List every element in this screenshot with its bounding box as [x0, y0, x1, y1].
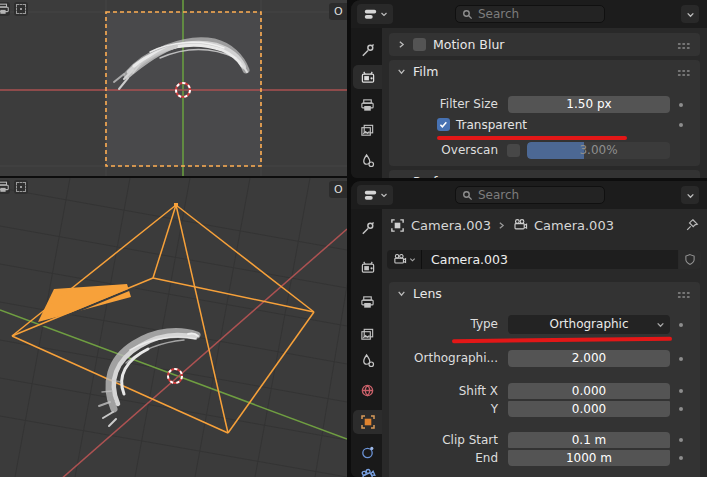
object-properties-content: Camera.003 Camera.003	[382, 209, 707, 477]
animate-dot[interactable]	[679, 103, 683, 107]
breadcrumb: Camera.003 Camera.003	[382, 214, 707, 236]
tab-object-data-camera[interactable]	[353, 463, 382, 477]
check-icon	[439, 120, 448, 129]
filter-size-slider[interactable]: 1.50 px	[508, 96, 670, 113]
filter-size-label: Filter Size	[389, 96, 498, 113]
properties-editor-render: Search	[351, 0, 707, 178]
properties-editor-object: Search	[351, 181, 707, 477]
render-properties-content: Motion Blur Film Filter Size 1.50 px	[382, 28, 707, 178]
clip-start-slider[interactable]: 0.1 m	[508, 432, 670, 448]
chevron-down-icon	[686, 10, 695, 19]
panel-performance-clipped[interactable]: Performance	[389, 170, 700, 178]
tab-physics[interactable]	[353, 440, 382, 464]
camera-icon	[512, 218, 528, 232]
panel-label: Film	[413, 64, 438, 79]
annotation-underline-transparent	[437, 136, 627, 140]
camera-icon	[392, 253, 407, 266]
collapse-arrow-icon	[397, 289, 406, 298]
expand-arrow-icon	[397, 177, 406, 178]
tab-object[interactable]	[353, 410, 382, 434]
search-placeholder: Search	[478, 188, 519, 202]
breadcrumb-object-name[interactable]: Camera.003	[411, 218, 491, 233]
panel-lens: Lens Type Orthographic Orthographi... 2.…	[389, 282, 700, 477]
chevron-down-icon	[656, 320, 665, 329]
tab-render[interactable]	[353, 255, 382, 279]
panel-label: Lens	[413, 286, 442, 301]
collapse-arrow-icon	[397, 67, 406, 76]
panel-drag-grip[interactable]	[677, 69, 691, 76]
fake-user-button[interactable]	[679, 250, 701, 269]
properties-header: Search	[351, 181, 707, 209]
properties-editor-icon	[363, 188, 378, 202]
tab-world[interactable]	[353, 378, 382, 402]
breadcrumb-data-name[interactable]: Camera.003	[534, 218, 614, 233]
panel-drag-grip[interactable]	[677, 42, 691, 49]
lens-type-dropdown[interactable]: Orthographic	[508, 315, 670, 334]
viewport-perspective-view[interactable]: O	[0, 178, 347, 477]
tab-scene[interactable]	[353, 148, 382, 172]
tab-tool[interactable]	[353, 38, 382, 62]
expand-arrow-icon	[397, 40, 406, 49]
tab-view-layer[interactable]	[353, 322, 382, 346]
chevron-down-icon	[380, 191, 388, 199]
tab-view-layer[interactable]	[353, 118, 382, 142]
ortho-scale-label: Orthographi...	[389, 350, 498, 367]
panel-motion-blur[interactable]: Motion Blur	[389, 33, 700, 56]
camera-view-canvas	[0, 0, 347, 176]
shift-x-slider[interactable]: 0.000	[508, 383, 670, 399]
overscan-checkbox[interactable]	[507, 144, 520, 157]
viewport-camera-view[interactable]: O	[0, 0, 347, 176]
object-icon	[390, 218, 405, 233]
search-placeholder: Search	[478, 7, 519, 21]
animate-dot[interactable]	[679, 407, 683, 411]
header-menu-button[interactable]	[681, 186, 699, 204]
overscan-slider[interactable]: 3.00%	[527, 142, 670, 159]
tab-render[interactable]	[353, 65, 382, 89]
output-icon[interactable]	[0, 180, 10, 194]
properties-header: Search	[351, 0, 707, 28]
chevron-down-icon	[686, 191, 695, 200]
header-menu-button[interactable]	[681, 5, 699, 23]
pin-icon[interactable]	[685, 218, 699, 232]
output-icon[interactable]	[0, 2, 10, 16]
shift-y-label: Y	[389, 401, 498, 417]
camera-datablock-selector: Camera.003	[387, 250, 701, 269]
motion-blur-checkbox[interactable]	[413, 38, 426, 51]
tab-scene[interactable]	[353, 348, 382, 372]
editor-type-button[interactable]	[357, 185, 393, 205]
animate-dot[interactable]	[679, 438, 683, 442]
panel-film-header[interactable]: Film	[389, 60, 700, 83]
shift-x-label: Shift X	[389, 383, 498, 399]
clip-end-slider[interactable]: 1000 m	[508, 450, 670, 466]
tab-output[interactable]	[353, 290, 382, 314]
properties-tab-rail	[351, 209, 382, 477]
animate-dot[interactable]	[679, 323, 683, 327]
search-input[interactable]: Search	[455, 5, 605, 23]
properties-editor-icon	[363, 7, 378, 21]
panel-film: Film Filter Size 1.50 px Transparent	[389, 60, 700, 166]
overscan-label: Overscan	[389, 142, 498, 159]
animate-dot[interactable]	[679, 389, 683, 393]
datablock-browse-button[interactable]	[387, 250, 422, 269]
tab-tool[interactable]	[353, 216, 382, 240]
datablock-name-field[interactable]: Camera.003	[387, 250, 678, 269]
animate-dot[interactable]	[679, 357, 683, 361]
animate-dot[interactable]	[679, 123, 683, 127]
chevron-down-icon	[380, 10, 388, 18]
search-icon	[462, 190, 473, 201]
render-region-icon[interactable]	[14, 180, 28, 194]
ortho-scale-slider[interactable]: 2.000	[508, 350, 670, 367]
shift-y-slider[interactable]: 0.000	[508, 401, 670, 417]
blender-window: O	[0, 0, 707, 477]
search-input[interactable]: Search	[455, 186, 605, 204]
render-region-icon[interactable]	[14, 2, 28, 16]
editor-type-button[interactable]	[357, 4, 393, 24]
viewport-options-button[interactable]: O	[329, 181, 347, 198]
panel-lens-header[interactable]: Lens	[389, 282, 700, 305]
tab-output[interactable]	[353, 93, 382, 117]
transparent-checkbox[interactable]	[437, 118, 450, 131]
viewport-options-button[interactable]: O	[329, 3, 347, 20]
panel-drag-grip[interactable]	[677, 291, 691, 298]
animate-dot[interactable]	[679, 456, 683, 460]
clip-end-label: End	[389, 450, 498, 466]
